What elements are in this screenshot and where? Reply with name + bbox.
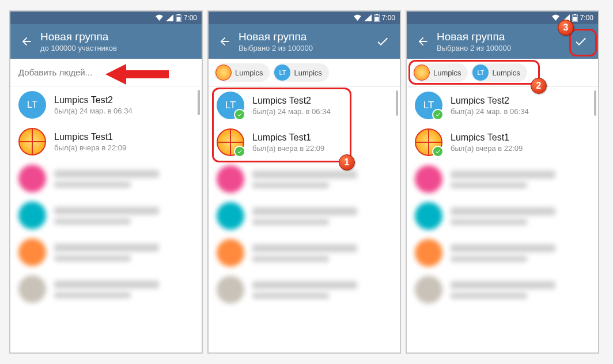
contact-item-blurred[interactable] [10, 271, 202, 308]
avatar [217, 128, 244, 156]
avatar-blurred [18, 202, 46, 229]
app-header: Новая группа Выбрано 2 из 100000 [209, 24, 400, 59]
contact-status: был(а) вчера в 22:09 [54, 143, 194, 152]
selected-check-icon [432, 109, 444, 120]
selected-check-icon [234, 146, 245, 157]
contact-info: Lumpics Test2 был(а) 24 мар. в 06:34 [451, 96, 590, 116]
avatar-blurred [415, 202, 442, 230]
back-button[interactable] [16, 31, 37, 52]
check-icon [376, 35, 389, 48]
signal-icon [364, 14, 372, 21]
back-button[interactable] [214, 31, 235, 52]
contact-item[interactable]: Lumpics Test1 был(а) вчера в 22:09 [209, 124, 400, 161]
avatar-blurred [415, 239, 442, 267]
chip-avatar-orange-icon [215, 65, 232, 81]
page-title: Новая группа [239, 31, 371, 43]
wifi-icon [353, 14, 362, 21]
back-button[interactable] [413, 31, 433, 52]
contact-item-blurred[interactable] [407, 271, 598, 308]
battery-icon [374, 14, 380, 22]
contact-item-blurred[interactable] [10, 197, 202, 234]
contact-info: Lumpics Test1 был(а) вчера в 22:09 [252, 132, 392, 153]
contact-item[interactable]: Lumpics Test1 был(а) вчера в 22:09 [10, 123, 202, 160]
wifi-icon [155, 14, 164, 21]
chip-avatar-initials: LT [274, 65, 290, 81]
contact-item-blurred[interactable] [10, 160, 202, 197]
contact-item-blurred[interactable] [209, 271, 400, 308]
avatar: LT [18, 91, 46, 119]
contact-item-blurred[interactable] [407, 161, 598, 198]
contact-list: LT Lumpics Test2 был(а) 24 мар. в 06:34 … [209, 87, 400, 308]
annotation-badge-2: 2 [531, 78, 547, 94]
chip-avatar-initials: LT [472, 65, 489, 81]
avatar-blurred [18, 165, 46, 192]
arrow-left-icon [20, 35, 33, 48]
svg-rect-2 [176, 17, 180, 21]
chip-avatar-orange-icon [414, 65, 430, 81]
search-input[interactable] [18, 67, 194, 77]
header-titles: Новая группа Выбрано 2 из 100000 [239, 31, 371, 52]
contact-status: был(а) вчера в 22:09 [252, 144, 392, 153]
annotation-badge-1: 1 [339, 154, 355, 170]
contact-list: LT Lumpics Test2 был(а) 24 мар. в 06:34 … [10, 86, 202, 308]
app-header: Новая группа до 100000 участников [10, 24, 202, 59]
svg-rect-1 [177, 14, 180, 15]
contact-item-blurred[interactable] [209, 161, 400, 198]
annotation-badge-3: 3 [558, 20, 574, 36]
svg-rect-5 [374, 17, 379, 21]
confirm-button[interactable] [569, 30, 592, 53]
chip-label: Lumpics [433, 69, 461, 77]
check-icon [574, 35, 588, 48]
wifi-icon [551, 14, 560, 21]
contact-status: был(а) 24 мар. в 06:34 [252, 107, 392, 116]
header-titles: Новая группа до 100000 участников [40, 31, 196, 52]
avatar-blurred [415, 165, 442, 193]
chip-label: Lumpics [294, 69, 321, 77]
battery-icon [572, 14, 578, 22]
svg-rect-4 [376, 14, 378, 15]
contact-item-blurred[interactable] [209, 198, 400, 234]
contact-item[interactable]: LT Lumpics Test2 был(а) 24 мар. в 06:34 [10, 86, 202, 123]
chips-row: Lumpics LT Lumpics [407, 59, 598, 87]
confirm-button[interactable] [371, 30, 394, 53]
selected-chip[interactable]: LT Lumpics [471, 63, 527, 82]
status-time: 7:00 [580, 14, 593, 22]
avatar-blurred [217, 276, 244, 304]
selected-chip[interactable]: Lumpics [214, 63, 270, 82]
arrow-left-icon [218, 35, 231, 48]
contact-item[interactable]: LT Lumpics Test2 был(а) 24 мар. в 06:34 [407, 87, 598, 124]
screen-2: 7:00 Новая группа Выбрано 2 из 100000 Lu… [207, 10, 401, 354]
selected-check-icon [234, 109, 245, 120]
page-title: Новая группа [437, 31, 569, 43]
avatar-blurred [18, 238, 46, 266]
contact-item[interactable]: Lumpics Test1 был(а) вчера в 22:09 [407, 124, 598, 161]
contact-item-blurred[interactable] [209, 234, 400, 271]
avatar-blurred [18, 275, 46, 303]
battery-icon [176, 14, 181, 22]
contact-name: Lumpics Test1 [451, 132, 590, 143]
chip-label: Lumpics [492, 69, 520, 77]
arrow-left-icon [417, 35, 429, 48]
page-subtitle: Выбрано 2 из 100000 [437, 44, 569, 52]
avatar [415, 128, 442, 156]
screen-1: 7:00 Новая группа до 100000 участников L… [9, 10, 203, 354]
contact-item-blurred[interactable] [10, 234, 202, 271]
selected-chip[interactable]: LT Lumpics [273, 63, 328, 82]
avatar-orange-icon [18, 128, 46, 156]
contact-name: Lumpics Test2 [451, 96, 590, 106]
chip-label: Lumpics [235, 69, 263, 77]
contact-info: Lumpics Test2 был(а) 24 мар. в 06:34 [54, 95, 194, 115]
contact-list: LT Lumpics Test2 был(а) 24 мар. в 06:34 … [407, 87, 598, 308]
screen-3: 7:00 Новая группа Выбрано 2 из 100000 Lu… [406, 10, 599, 354]
selected-chip[interactable]: Lumpics [413, 63, 468, 82]
status-time: 7:00 [382, 14, 395, 22]
avatar-blurred [415, 276, 442, 304]
svg-rect-8 [573, 17, 577, 21]
contact-info: Lumpics Test1 был(а) вчера в 22:09 [451, 132, 590, 153]
contact-status: был(а) 24 мар. в 06:34 [451, 107, 590, 116]
contact-item[interactable]: LT Lumpics Test2 был(а) 24 мар. в 06:34 [209, 87, 400, 124]
avatar-blurred [217, 202, 244, 230]
signal-icon [166, 14, 173, 21]
contact-item-blurred[interactable] [407, 198, 598, 234]
contact-item-blurred[interactable] [407, 234, 598, 271]
